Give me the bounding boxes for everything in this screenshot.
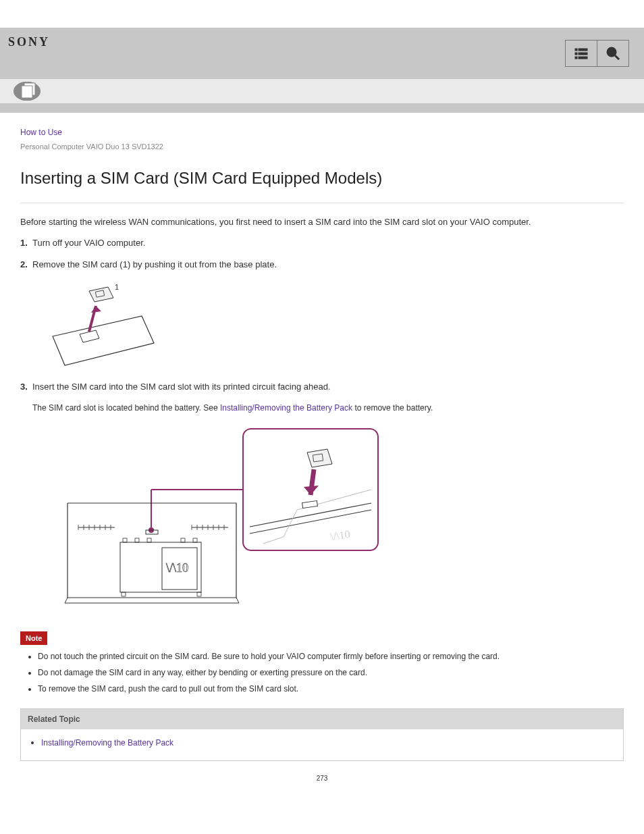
svg-marker-21 [307, 449, 332, 467]
svg-marker-12 [89, 287, 113, 302]
svg-line-18 [250, 510, 371, 533]
folder-icon [8, 81, 46, 101]
divider [20, 203, 624, 203]
step-text: Insert the SIM card into the SIM card sl… [32, 382, 330, 392]
related-link[interactable]: Installing/Removing the Battery Pack [41, 738, 173, 748]
svg-marker-24 [304, 486, 319, 495]
svg-line-7 [615, 55, 619, 59]
svg-line-29 [65, 598, 68, 603]
step-3-subtext: The SIM card slot is located behind the … [32, 402, 624, 414]
svg-rect-54 [181, 538, 185, 542]
breadcrumb[interactable]: How to Use [20, 126, 624, 138]
header: SONY [0, 28, 644, 79]
note-item: Do not damage the SIM card in any way, e… [38, 667, 624, 679]
brand-logo: SONY [8, 33, 636, 51]
svg-marker-11 [80, 330, 99, 342]
related-item: Installing/Removing the Battery Pack [41, 736, 616, 750]
svg-rect-57 [197, 592, 201, 596]
related-topic-box: Related Topic Installing/Removing the Ba… [20, 708, 624, 761]
subheader [0, 79, 644, 103]
step-number: 3. [20, 380, 28, 394]
intro-text: Before starting the wireless WAN communi… [20, 215, 624, 229]
svg-rect-0 [575, 49, 577, 51]
svg-rect-56 [122, 592, 126, 596]
note-list: Do not touch the printed circuit on the … [38, 650, 624, 695]
page-title: Inserting a SIM Card (SIM Card Equipped … [20, 166, 624, 190]
diagram-label-1: 1 [115, 283, 119, 291]
svg-rect-1 [579, 49, 587, 51]
svg-line-30 [236, 598, 239, 603]
svg-rect-31 [120, 542, 201, 592]
svg-point-6 [608, 48, 616, 56]
list-icon [573, 45, 589, 61]
note-item: To remove the SIM card, push the card to… [38, 683, 624, 695]
svg-rect-51 [123, 538, 127, 542]
svg-rect-52 [135, 538, 139, 542]
svg-text:\/\10: \/\10 [166, 561, 188, 575]
related-header: Related Topic [21, 709, 623, 729]
search-icon [605, 45, 621, 61]
toc-button[interactable] [565, 40, 597, 67]
diagram-sim-insert: \/\10 [41, 422, 385, 618]
svg-marker-10 [53, 316, 154, 365]
step-number: 2. [20, 258, 28, 271]
step-2: 2. Remove the SIM card (1) by pushing it… [32, 258, 624, 271]
svg-rect-20 [302, 500, 318, 508]
svg-rect-9 [22, 86, 32, 98]
step-3: 3. Insert the SIM card into the SIM card… [32, 380, 624, 394]
svg-text:\/\10: \/\10 [329, 528, 350, 542]
svg-rect-2 [575, 53, 577, 55]
svg-rect-4 [575, 57, 577, 59]
svg-rect-55 [193, 538, 197, 542]
search-button[interactable] [597, 40, 629, 67]
svg-rect-3 [579, 53, 587, 55]
svg-marker-15 [91, 306, 101, 313]
product-model: Personal Computer VAIO Duo 13 SVD1322 [20, 141, 624, 153]
svg-rect-53 [147, 538, 151, 542]
step-text: Turn off your VAIO computer. [32, 238, 145, 248]
step-text: Remove the SIM card (1) by pushing it ou… [32, 259, 277, 269]
note-item: Do not touch the printed circuit on the … [38, 650, 624, 662]
step-1: 1. Turn off your VAIO computer. [32, 236, 624, 250]
step-number: 1. [20, 236, 28, 250]
link-battery[interactable]: Installing/Removing the Battery Pack [220, 403, 352, 413]
svg-rect-5 [579, 57, 587, 59]
page-number: 273 [20, 773, 624, 783]
note-badge: Note [20, 631, 47, 646]
diagram-sim-removal: 1 [41, 279, 162, 367]
